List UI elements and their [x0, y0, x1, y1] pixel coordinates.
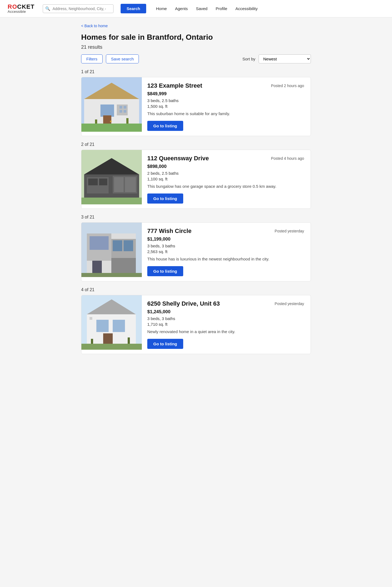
listing-price-2: $898,000	[147, 164, 304, 169]
nav-home[interactable]: Home	[156, 6, 167, 11]
listing-title-row-3: 777 Wish Circle Posted yesterday	[147, 228, 304, 235]
svg-rect-22	[125, 177, 136, 192]
nav-accessibility[interactable]: Accessibility	[235, 6, 258, 11]
listing-beds-2: 2 beds, 2.5 baths	[147, 171, 304, 176]
svg-rect-30	[124, 240, 133, 251]
svg-rect-12	[95, 119, 97, 124]
controls-row: Filters Save search Sort by Newest Oldes…	[81, 54, 311, 63]
svg-rect-41	[81, 344, 142, 350]
results-count: 21 results	[81, 44, 311, 50]
header: ROCKET Accessible 🔍 Search Home Agents S…	[0, 0, 392, 17]
go-to-listing-button-1[interactable]: Go to listing	[147, 121, 183, 131]
listing-image-1	[81, 77, 142, 132]
listing-title-2: 112 Queensway Drive	[147, 155, 209, 162]
svg-point-10	[110, 121, 112, 122]
listing-details-4: 6250 Shelly Drive, Unit 63 Posted yester…	[142, 295, 311, 354]
listing-beds-3: 3 beds, 3 baths	[147, 244, 304, 248]
listings-container: 1 of 21 123 Example Street	[81, 69, 311, 354]
listing-posted-4: Posted yesterday	[275, 302, 304, 306]
svg-rect-19	[99, 179, 107, 185]
listing-price-3: $1,199,000	[147, 236, 304, 242]
listing-title-3: 777 Wish Circle	[147, 228, 191, 235]
search-bar-icon: 🔍	[43, 6, 53, 11]
svg-rect-23	[81, 198, 142, 204]
listing-card-1: 123 Example Street Posted 2 hours ago $8…	[81, 77, 311, 136]
listing-sqft-2: 1,100 sq. ft	[147, 177, 304, 181]
listing-image-3	[81, 223, 142, 277]
logo-accessible: Accessible	[8, 10, 35, 13]
listing-sqft-3: 2,563 sq. ft	[147, 249, 304, 254]
listing-section-1: 1 of 21 123 Example Street	[81, 69, 311, 136]
listing-price-4: $1,245,000	[147, 309, 304, 315]
nav-agents[interactable]: Agents	[175, 6, 188, 11]
search-bar: 🔍	[43, 4, 114, 13]
listing-title-row-4: 6250 Shelly Drive, Unit 63 Posted yester…	[147, 300, 304, 307]
go-to-listing-button-4[interactable]: Go to listing	[147, 339, 183, 349]
listing-index-2: 2 of 21	[81, 142, 311, 147]
listing-details-3: 777 Wish Circle Posted yesterday $1,199,…	[142, 223, 311, 281]
logo-rocket: ROCKET	[8, 4, 35, 10]
listing-posted-3: Posted yesterday	[275, 229, 304, 233]
listing-desc-1: This suburban home is suitable for any f…	[147, 111, 304, 116]
sort-label: Sort by	[242, 57, 255, 61]
svg-rect-18	[88, 179, 98, 185]
svg-rect-28	[90, 236, 109, 250]
svg-rect-42	[91, 339, 93, 344]
nav-saved[interactable]: Saved	[196, 6, 208, 11]
listing-card-2: 112 Queensway Drive Posted 4 hours ago $…	[81, 150, 311, 209]
listing-image-2	[81, 150, 142, 204]
listing-section-3: 3 of 21 777 Wish Circle Posted yesterday	[81, 215, 311, 281]
svg-rect-33	[81, 273, 142, 277]
logo: ROCKET Accessible	[8, 4, 35, 13]
listing-section-2: 2 of 21 112 Queensway Drive Posted 4 hou…	[81, 142, 311, 209]
listing-desc-2: This bungalow has one garage space and a…	[147, 184, 304, 189]
listing-title-row-2: 112 Queensway Drive Posted 4 hours ago	[147, 155, 304, 162]
go-to-listing-button-3[interactable]: Go to listing	[147, 266, 183, 276]
svg-rect-37	[96, 320, 109, 332]
listing-details-2: 112 Queensway Drive Posted 4 hours ago $…	[142, 150, 311, 208]
svg-rect-38	[113, 320, 125, 332]
listing-price-1: $849,999	[147, 91, 304, 97]
search-button[interactable]: Search	[121, 4, 146, 13]
svg-rect-29	[113, 240, 122, 251]
listing-title-row-1: 123 Example Street Posted 2 hours ago	[147, 82, 304, 89]
listing-card-3: 777 Wish Circle Posted yesterday $1,199,…	[81, 222, 311, 281]
listing-section-4: 4 of 21 6250 Shelly Drive, Unit 63 Poste…	[81, 287, 311, 354]
sort-select[interactable]: Newest Oldest Price (Low to High) Price …	[259, 54, 311, 63]
save-search-button[interactable]: Save search	[106, 54, 139, 63]
listing-posted-1: Posted 2 hours ago	[271, 84, 304, 88]
listing-title-4: 6250 Shelly Drive, Unit 63	[147, 300, 220, 307]
svg-rect-6	[124, 106, 126, 109]
search-input[interactable]	[53, 5, 106, 13]
listing-beds-1: 3 beds, 2.5 baths	[147, 98, 304, 103]
listing-title-1: 123 Example Street	[147, 82, 202, 89]
listing-desc-3: This house has is luxurious in the newes…	[147, 257, 304, 261]
svg-rect-21	[114, 177, 124, 192]
listing-card-4: 6250 Shelly Drive, Unit 63 Posted yester…	[81, 295, 311, 354]
listing-image-4	[81, 295, 142, 350]
main-nav: Home Agents Saved Profile Accessibility	[156, 6, 258, 11]
svg-rect-5	[120, 106, 122, 109]
listing-index-3: 3 of 21	[81, 215, 311, 220]
svg-rect-11	[81, 124, 142, 132]
sort-controls: Sort by Newest Oldest Price (Low to High…	[242, 54, 311, 63]
svg-rect-40	[90, 317, 92, 320]
filters-button[interactable]: Filters	[81, 54, 103, 63]
nav-profile[interactable]: Profile	[216, 6, 227, 11]
svg-rect-7	[120, 110, 122, 113]
svg-rect-8	[124, 110, 126, 113]
page-title: Homes for sale in Brantford, Ontario	[81, 33, 311, 42]
listing-posted-2: Posted 4 hours ago	[271, 156, 304, 161]
listing-desc-4: Newly renovated home in a quiet area in …	[147, 329, 304, 334]
listing-sqft-1: 1,500 sq. ft	[147, 104, 304, 109]
listing-index-4: 4 of 21	[81, 287, 311, 292]
back-link[interactable]: < Back to home	[81, 24, 108, 28]
listing-details-1: 123 Example Street Posted 2 hours ago $8…	[142, 77, 311, 136]
listing-index-1: 1 of 21	[81, 69, 311, 74]
listing-sqft-4: 1,710 sq. ft	[147, 322, 304, 327]
listing-beds-4: 3 beds, 3 baths	[147, 316, 304, 321]
main-content: < Back to home Homes for sale in Brantfo…	[74, 17, 318, 371]
svg-rect-43	[128, 337, 130, 344]
go-to-listing-button-2[interactable]: Go to listing	[147, 193, 183, 204]
svg-rect-3	[100, 105, 114, 117]
